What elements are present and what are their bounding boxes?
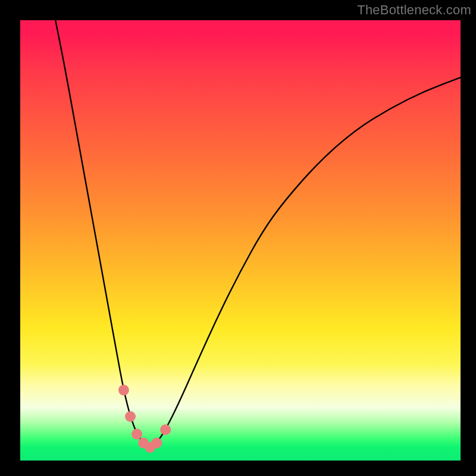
bottleneck-curve [55, 20, 461, 446]
curve-path [55, 20, 461, 446]
trough-marker [151, 437, 162, 448]
watermark-text: TheBottleneck.com [357, 2, 471, 18]
trough-marker [160, 424, 171, 435]
chart-stage: TheBottleneck.com [0, 0, 476, 476]
curve-layer [20, 20, 461, 461]
trough-marker [118, 385, 129, 396]
trough-marker [125, 411, 136, 422]
plot-area [20, 20, 461, 461]
trough-markers [118, 385, 171, 453]
trough-marker [131, 429, 142, 440]
